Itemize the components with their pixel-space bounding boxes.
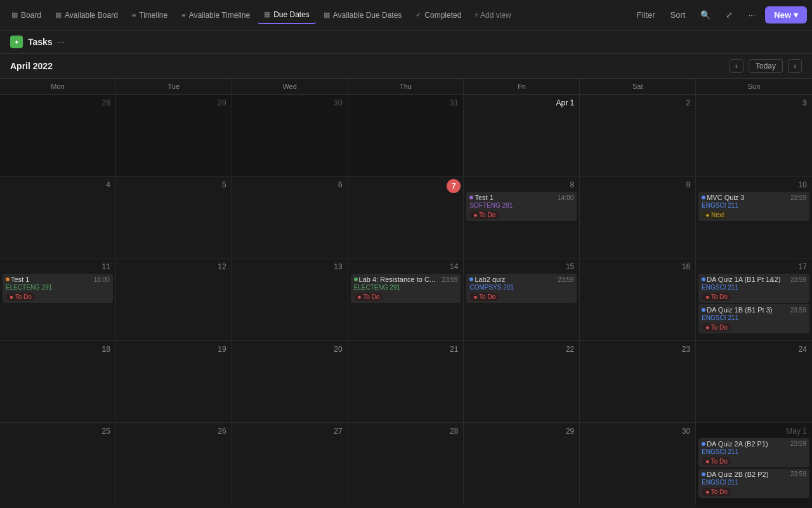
- new-button-chevron: ▾: [794, 10, 798, 20]
- task-badge: ● To Do: [354, 293, 384, 301]
- cal-cell-mar29: 29: [116, 95, 232, 177]
- task-lab2quiz[interactable]: Lab2 quiz 23:59 COMPSYS 201 ● To Do: [466, 274, 577, 303]
- cal-cell-mar28: 28: [0, 95, 116, 177]
- date-apr6: 6: [235, 179, 345, 190]
- tab-completed[interactable]: ✓ Completed: [409, 7, 468, 23]
- date-apr12: 12: [119, 261, 229, 272]
- prev-month-button[interactable]: ‹: [730, 59, 743, 73]
- cal-cell-apr22: 22: [464, 341, 580, 423]
- task-course: ELECTENG 291: [354, 284, 458, 291]
- calendar-grid: 28 29 30 31 Apr 1 2 3 4 5 6 7 8 Test 1 1…: [0, 95, 812, 505]
- cal-cell-apr26: 26: [116, 423, 232, 505]
- task-course: ENGSCI 211: [702, 284, 806, 291]
- tab-available-timeline[interactable]: ≡ Available Timeline: [175, 7, 256, 23]
- cal-cell-apr4: 4: [0, 177, 116, 258]
- task-name: Lab2 quiz: [475, 276, 556, 283]
- tab-available-board[interactable]: ▦ Available Board: [49, 7, 124, 23]
- cal-cell-apr7: 7: [348, 177, 464, 258]
- task-badge: ● To Do: [6, 293, 36, 301]
- cal-cell-apr9: 9: [580, 177, 696, 258]
- date-apr18: 18: [3, 344, 113, 355]
- day-header-thu: Thu: [348, 79, 464, 94]
- task-dot: [702, 308, 705, 312]
- tab-due-dates[interactable]: ▦ Due Dates: [258, 6, 316, 24]
- sort-button[interactable]: Sort: [665, 8, 691, 22]
- tab-completed-label: Completed: [424, 11, 461, 20]
- task-da-quiz2b[interactable]: DA Quiz 2B (B2 P2) 23:59 ENGSCI 211 ● To…: [698, 469, 809, 498]
- task-time: 23:59: [790, 194, 806, 201]
- date-mar31: 31: [351, 97, 461, 109]
- task-mvc-quiz3[interactable]: MVC Quiz 3 23:59 ENGSCI 211 ● Next: [698, 192, 809, 221]
- tab-board-label: Board: [21, 11, 41, 20]
- task-dot: [469, 277, 473, 281]
- task-course: ENGSCI 211: [702, 314, 806, 322]
- task-da-quiz1a[interactable]: DA Quiz 1A (B1 Pt 1&2) 23:59 ENGSCI 211 …: [698, 274, 809, 303]
- cal-cell-apr13: 13: [232, 258, 348, 340]
- cal-cell-apr18: 18: [0, 341, 116, 423]
- cal-cell-apr15: 15 Lab2 quiz 23:59 COMPSYS 201 ● To Do: [464, 258, 580, 340]
- task-name: Test 1: [11, 276, 93, 283]
- tab-timeline[interactable]: ≡ Timeline: [126, 7, 174, 23]
- tab-due-dates-label: Due Dates: [273, 10, 310, 19]
- expand-button[interactable]: ⤢: [721, 8, 738, 22]
- task-course: ENGSCI 211: [702, 448, 806, 456]
- task-name: DA Quiz 1B (B1 Pt 3): [707, 306, 789, 314]
- task-time: 18:00: [94, 276, 110, 283]
- date-apr19: 19: [119, 344, 229, 355]
- date-apr11: 11: [3, 261, 113, 272]
- search-button[interactable]: 🔍: [695, 8, 716, 22]
- task-dot: [702, 472, 705, 476]
- task-badge: ● Next: [702, 211, 728, 219]
- date-apr24: 24: [698, 344, 809, 355]
- task-time: 23:59: [442, 276, 457, 283]
- date-apr23: 23: [582, 344, 693, 355]
- date-apr22: 22: [466, 344, 577, 355]
- date-apr26: 26: [119, 425, 229, 437]
- task-dot: [354, 277, 358, 281]
- available-board-icon: ▦: [55, 11, 62, 19]
- next-month-button[interactable]: ›: [788, 59, 802, 73]
- date-apr29: 29: [466, 425, 577, 437]
- more-options-button[interactable]: ···: [743, 8, 760, 22]
- header-bar: ✦ Tasks ···: [0, 30, 812, 54]
- workspace-title: Tasks: [28, 37, 53, 47]
- day-headers: Mon Tue Wed Thu Fri Sat Sun: [0, 79, 812, 95]
- task-da-quiz1b[interactable]: DA Quiz 1B (B1 Pt 3) 23:59 ENGSCI 211 ● …: [698, 304, 809, 333]
- task-name: DA Quiz 2B (B2 P2): [707, 471, 789, 478]
- task-badge: ● To Do: [702, 323, 731, 331]
- cal-cell-apr28: 28: [348, 423, 464, 505]
- date-apr8: 8: [466, 179, 577, 190]
- cal-cell-mar31: 31: [348, 95, 464, 177]
- day-header-sun: Sun: [696, 79, 812, 94]
- cal-cell-may1: May 1 DA Quiz 2A (B2 P1) 23:59 ENGSCI 21…: [696, 423, 812, 505]
- today-button[interactable]: Today: [749, 59, 783, 73]
- add-view-button[interactable]: + Add view: [469, 8, 516, 22]
- tab-available-board-label: Available Board: [65, 11, 118, 20]
- filter-button[interactable]: Filter: [632, 8, 660, 22]
- task-time: 23:59: [558, 276, 573, 283]
- cal-cell-apr8: 8 Test 1 14:00 SOFTENG 281 ● To Do: [464, 177, 580, 258]
- completed-icon: ✓: [416, 11, 421, 19]
- new-button[interactable]: New ▾: [765, 6, 807, 23]
- task-lab4[interactable]: Lab 4: Resistance to C... 23:59 ELECTENG…: [351, 274, 461, 303]
- task-time: 23:59: [790, 471, 806, 478]
- tab-available-due-dates[interactable]: ▦ Available Due Dates: [317, 7, 409, 23]
- task-test1-apr11[interactable]: Test 1 18:00 ELECTENG 291 ● To Do: [3, 274, 113, 303]
- day-header-fri: Fri: [464, 79, 580, 94]
- cal-cell-apr21: 21: [348, 341, 464, 423]
- task-dot: [702, 442, 705, 446]
- month-title: April 2022: [10, 61, 53, 71]
- date-apr21: 21: [351, 344, 461, 355]
- task-test1-apr8[interactable]: Test 1 14:00 SOFTENG 281 ● To Do: [466, 192, 577, 221]
- task-dot: [702, 196, 705, 199]
- top-navigation: ▦ Board ▦ Available Board ≡ Timeline ≡ A…: [0, 0, 812, 30]
- cal-cell-apr17: 17 DA Quiz 1A (B1 Pt 1&2) 23:59 ENGSCI 2…: [696, 258, 812, 340]
- tab-board[interactable]: ▦ Board: [5, 7, 48, 23]
- date-apr13: 13: [235, 261, 345, 272]
- date-apr3: 3: [698, 97, 809, 109]
- date-apr9: 9: [582, 179, 693, 190]
- date-apr2: 2: [582, 97, 693, 109]
- task-da-quiz2a[interactable]: DA Quiz 2A (B2 P1) 23:59 ENGSCI 211 ● To…: [698, 438, 809, 467]
- workspace-more-button[interactable]: ···: [58, 37, 65, 47]
- task-time: 23:59: [790, 276, 806, 283]
